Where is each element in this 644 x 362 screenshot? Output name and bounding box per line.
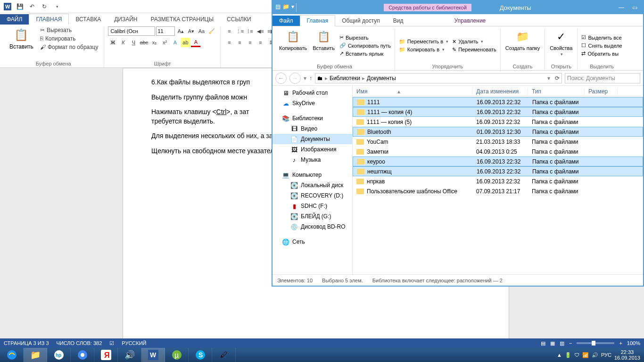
task-yandex[interactable]: Я <box>94 348 118 362</box>
nav-libraries[interactable]: 📚Библиотеки <box>272 113 352 123</box>
language-indicator[interactable]: РУССКИЙ <box>122 340 146 346</box>
copy-button[interactable]: ⎘Копировать <box>38 35 100 42</box>
font-size-select[interactable] <box>156 26 175 36</box>
exp-copy-button[interactable]: 📋Копировать <box>277 28 309 63</box>
multilevel-button[interactable]: ⫶≡ <box>245 26 255 36</box>
word-count[interactable]: ЧИСЛО СЛОВ: 382 <box>57 340 102 346</box>
decrease-indent-button[interactable]: ◀≡ <box>256 26 265 36</box>
breadcrumb[interactable]: 🖿 ▸ Библиотеки ▸ Документы ▾ ⟳ <box>315 73 562 83</box>
nav-network[interactable]: 🌐Сеть <box>272 237 352 247</box>
superscript-button[interactable]: x² <box>160 38 169 47</box>
bold-button[interactable]: Ж <box>108 38 117 47</box>
nav-music[interactable]: ♪Музыка <box>272 155 352 165</box>
nav-blade[interactable]: 💽БЛЕЙД (G:) <box>272 211 352 222</box>
exp-tab-manage[interactable]: Управление <box>448 16 493 26</box>
breadcrumb-libraries[interactable]: Библиотеки <box>330 75 360 82</box>
proofing-icon[interactable]: ☑ <box>109 340 114 346</box>
page-indicator[interactable]: СТРАНИЦА 3 ИЗ 3 <box>4 340 49 346</box>
highlight-button[interactable]: ab <box>181 38 190 47</box>
nav-computer[interactable]: 💻Компьютер <box>272 170 352 180</box>
file-rows[interactable]: 111116.09.2013 22:32Папка с файлами1111 … <box>353 97 643 274</box>
file-row[interactable]: 1111 — копия (4)16.09.2013 22:32Папка с … <box>353 107 643 117</box>
exp-tab-share[interactable]: Общий доступ <box>335 16 387 26</box>
task-hp[interactable]: hp <box>47 348 71 362</box>
format-painter-button[interactable]: 🖌Формат по образцу <box>38 43 100 51</box>
col-size[interactable]: Размер <box>585 88 618 95</box>
tray-volume-icon[interactable]: 🔊 <box>592 352 598 358</box>
history-dropdown[interactable]: ▾ <box>304 75 306 82</box>
col-type[interactable]: Тип <box>528 88 585 95</box>
tray-expand-button[interactable]: ▲ <box>557 352 562 358</box>
tab-layout[interactable]: РАЗМЕТКА СТРАНИЦЫ <box>144 14 221 25</box>
task-skype[interactable]: S <box>189 348 212 362</box>
explorer-titlebar[interactable]: ▤ 📁 ▾ Средства работы с библиотекой Доку… <box>272 1 643 14</box>
exp-rename-button[interactable]: ✎Переименовать <box>451 46 497 53</box>
dropdown-icon[interactable]: ▾ <box>291 3 294 12</box>
exp-tab-view[interactable]: Вид <box>387 16 410 26</box>
underline-button[interactable]: Ч <box>129 38 138 47</box>
word-app-icon[interactable]: W <box>2 1 13 12</box>
file-row[interactable]: Заметки04.09.2013 0:25Папка с файлами <box>353 147 643 156</box>
exp-select-all-button[interactable]: ☑Выделить все <box>580 34 623 41</box>
undo-button[interactable]: ↶ <box>26 1 38 12</box>
task-chrome[interactable] <box>71 348 94 362</box>
nav-video[interactable]: 🎞Видео <box>272 123 352 134</box>
nav-documents[interactable]: 📄Документы <box>272 134 352 144</box>
web-layout-button[interactable]: ▥ <box>560 340 564 346</box>
exp-copy-to-button[interactable]: 📁Копировать в <box>398 46 449 53</box>
file-row[interactable]: кеуроо16.09.2013 22:32Папка с файлами <box>353 156 643 166</box>
task-utorrent[interactable]: µ <box>165 348 189 362</box>
file-row[interactable]: Bluetooth01.09.2013 12:30Папка с файлами <box>353 127 643 137</box>
qat-menu[interactable] <box>51 1 62 12</box>
file-row[interactable]: нешгпжщ16.09.2013 22:32Папка с файлами <box>353 166 643 176</box>
strikethrough-button[interactable]: abc <box>139 38 149 47</box>
align-right-button[interactable]: ≡ <box>245 38 255 47</box>
italic-button[interactable]: К <box>118 38 128 47</box>
exp-select-none-button[interactable]: ☐Снять выделе <box>580 42 623 49</box>
exp-tab-home[interactable]: Главная <box>300 15 336 26</box>
read-mode-button[interactable]: ▤ <box>541 340 545 346</box>
nav-recovery[interactable]: 💽RECOVERY (D:) <box>272 190 352 201</box>
file-row[interactable]: YouCam21.03.2013 18:33Папка с файлами <box>353 137 643 147</box>
font-name-select[interactable] <box>108 26 155 36</box>
file-row[interactable]: нпркав16.09.2013 22:32Папка с файлами <box>353 176 643 186</box>
align-left-button[interactable]: ≡ <box>224 38 234 47</box>
breadcrumb-dropdown[interactable]: ▾ <box>547 75 550 82</box>
exp-tab-file[interactable]: Файл <box>272 16 300 26</box>
nav-bdrom[interactable]: 💿Дисковод BD-RO <box>272 222 352 232</box>
align-center-button[interactable]: ≡ <box>235 38 244 47</box>
tray-clock[interactable]: 22:33 16.09.2013 <box>614 349 640 361</box>
justify-button[interactable]: ≡ <box>256 38 265 47</box>
explorer-minimize-button[interactable]: — <box>616 4 627 11</box>
explorer-maximize-button[interactable]: ▭ <box>629 4 640 11</box>
bullets-button[interactable]: ≡ <box>224 26 234 36</box>
tab-references[interactable]: ССЫЛКИ <box>220 14 257 25</box>
nav-desktop[interactable]: 🖥Рабочий стол <box>272 88 352 98</box>
tab-home[interactable]: ГЛАВНАЯ <box>29 14 69 25</box>
grow-font-button[interactable]: A▴ <box>176 26 185 36</box>
file-row[interactable]: Пользовательские шаблоны Office07.09.201… <box>353 186 643 196</box>
col-name[interactable]: Имя ▴ <box>353 88 472 95</box>
tray-battery-icon[interactable]: 🔋 <box>565 352 571 358</box>
font-color-button[interactable]: A <box>191 38 200 47</box>
exp-cut-button[interactable]: ✂Вырезать <box>339 34 392 41</box>
exp-move-to-button[interactable]: 📁Переместить в <box>398 38 449 45</box>
exp-new-folder-button[interactable]: 📁Создать папку <box>504 28 542 63</box>
task-app[interactable]: 🖊 <box>212 348 236 362</box>
task-ie[interactable] <box>0 348 24 362</box>
forward-button[interactable]: → <box>289 73 301 84</box>
nav-pictures[interactable]: 🖼Изображения <box>272 144 352 155</box>
tab-file[interactable]: ФАЙЛ <box>0 14 29 25</box>
clear-formatting-button[interactable]: 🧹 <box>207 26 216 36</box>
redo-button[interactable]: ↻ <box>39 1 50 12</box>
nav-skydrive[interactable]: ☁SkyDrive <box>272 98 352 108</box>
col-date[interactable]: Дата изменения <box>472 88 528 95</box>
nav-sdhc[interactable]: ▮SDHC (F:) <box>272 201 352 211</box>
exp-copy-path-button[interactable]: 🔗Скопировать путь <box>339 42 392 49</box>
exp-properties-button[interactable]: ✓Свойства <box>548 28 574 63</box>
nav-local-disk[interactable]: 💽Локальный диск <box>272 180 352 190</box>
file-row[interactable]: 111116.09.2013 22:32Папка с файлами <box>353 97 643 107</box>
task-audio[interactable]: 🔊 <box>118 348 141 362</box>
zoom-slider[interactable] <box>577 342 614 344</box>
paste-button[interactable]: 📋 Вставить <box>7 26 36 51</box>
